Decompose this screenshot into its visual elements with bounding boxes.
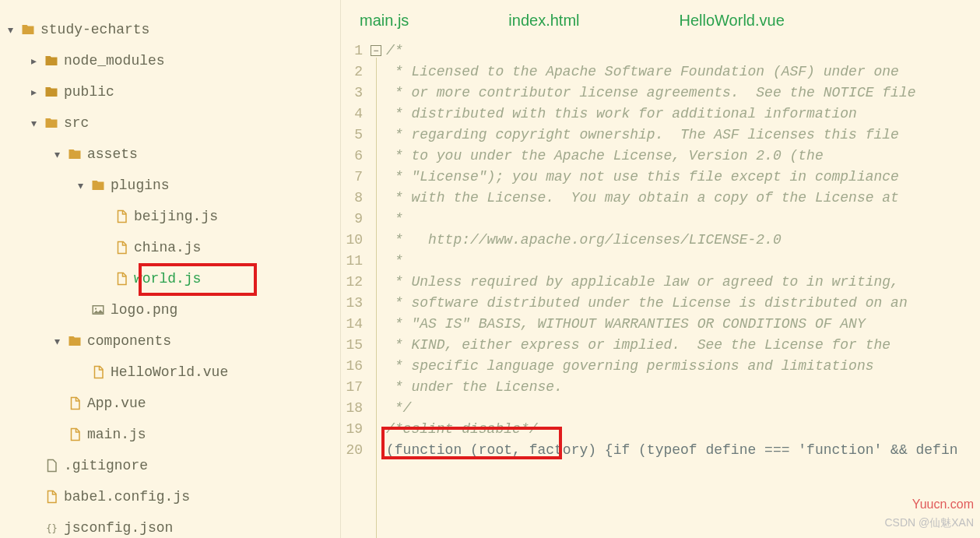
code-line[interactable]: /*eslint-disable*/ xyxy=(386,419,980,440)
line-number: 16 xyxy=(341,356,363,377)
tree-folder[interactable]: ▸node_modules xyxy=(0,45,340,76)
folder-open-icon xyxy=(44,116,59,130)
fold-column[interactable]: − xyxy=(367,40,386,538)
code-line[interactable]: * xyxy=(386,251,980,272)
code-line[interactable]: * under the License. xyxy=(386,377,980,398)
tree-folder[interactable]: ▾assets xyxy=(0,139,340,170)
code-line[interactable]: * Unless required by applicable law or a… xyxy=(386,272,980,293)
tree-item-label: jsconfig.json xyxy=(64,520,173,536)
tree-file[interactable]: babel.config.js xyxy=(0,481,340,512)
file-explorer[interactable]: ▾study-echarts▸node_modules▸public▾src▾a… xyxy=(0,0,341,538)
tree-file[interactable]: main.js xyxy=(0,419,340,450)
js-icon xyxy=(114,272,129,286)
chevron-down-icon[interactable]: ▾ xyxy=(26,117,40,129)
img-icon xyxy=(90,303,106,317)
line-number: 2 xyxy=(341,62,363,83)
js-icon xyxy=(114,241,129,255)
line-number: 4 xyxy=(341,104,363,125)
line-number: 18 xyxy=(341,398,363,419)
code-line[interactable]: * Licensed to the Apache Software Founda… xyxy=(386,62,980,83)
code-line[interactable]: * KIND, either express or implied. See t… xyxy=(386,335,980,356)
line-number-gutter: 1234567891011121314151617181920 xyxy=(341,40,367,538)
tree-item-label: .gitignore xyxy=(64,458,148,473)
code-line[interactable]: * to you under the Apache License, Versi… xyxy=(386,146,980,167)
line-number: 14 xyxy=(341,314,363,335)
code-line[interactable]: * with the License. You may obtain a cop… xyxy=(386,188,980,209)
js-icon xyxy=(44,490,59,504)
tree-file[interactable]: world.js xyxy=(0,263,340,294)
editor-tab[interactable]: HelloWorld.vue xyxy=(676,7,788,34)
svg-text:{}: {} xyxy=(46,522,57,533)
line-number: 6 xyxy=(341,146,363,167)
file-icon xyxy=(44,459,59,473)
line-number: 20 xyxy=(341,440,363,461)
tree-item-label: src xyxy=(64,115,89,131)
editor-tab[interactable]: index.html xyxy=(505,7,582,34)
watermark-top: Yuucn.com xyxy=(912,498,974,512)
tree-item-label: public xyxy=(64,84,114,100)
folder-open-icon xyxy=(90,178,106,192)
line-number: 3 xyxy=(341,83,363,104)
watermark-bottom: CSDN @仙魅XAN xyxy=(884,516,974,530)
vue-icon xyxy=(67,396,83,410)
line-number: 9 xyxy=(341,209,363,230)
tree-folder[interactable]: ▾study-echarts xyxy=(0,14,340,45)
line-number: 10 xyxy=(341,230,363,251)
fold-toggle-icon[interactable]: − xyxy=(371,45,381,56)
tree-item-label: world.js xyxy=(134,271,201,287)
tree-file[interactable]: .gitignore xyxy=(0,450,340,481)
folder-open-icon xyxy=(67,147,83,161)
svg-point-1 xyxy=(95,308,97,309)
code-line[interactable]: * software distributed under the License… xyxy=(386,293,980,314)
line-number: 15 xyxy=(341,335,363,356)
tree-folder[interactable]: ▾src xyxy=(0,107,340,139)
chevron-down-icon[interactable]: ▾ xyxy=(73,179,87,192)
editor-tab[interactable]: main.js xyxy=(357,7,412,34)
code-line[interactable]: * regarding copyright ownership. The ASF… xyxy=(386,125,980,146)
tree-file[interactable]: logo.png xyxy=(0,294,340,325)
code-line[interactable]: * or more contributor license agreements… xyxy=(386,83,980,104)
line-number: 7 xyxy=(341,167,363,188)
code-line[interactable]: /* xyxy=(386,40,980,62)
tree-folder[interactable]: ▸public xyxy=(0,76,340,107)
code-line[interactable]: (function (root, factory) {if (typeof de… xyxy=(386,440,980,461)
line-number: 5 xyxy=(341,125,363,146)
chevron-down-icon[interactable]: ▾ xyxy=(50,335,64,347)
tree-item-label: components xyxy=(87,333,171,349)
code-line[interactable]: * specific language governing permission… xyxy=(386,356,980,377)
tree-file[interactable]: {}jsconfig.json xyxy=(0,512,340,538)
tree-item-label: china.js xyxy=(134,240,201,255)
chevron-down-icon[interactable]: ▾ xyxy=(50,148,64,160)
tree-item-label: node_modules xyxy=(64,53,165,69)
folder-icon xyxy=(44,54,59,68)
js-icon xyxy=(114,209,129,223)
code-line[interactable]: */ xyxy=(386,398,980,419)
code-line[interactable]: * "AS IS" BASIS, WITHOUT WARRANTIES OR C… xyxy=(386,314,980,335)
folder-icon xyxy=(44,85,59,99)
chevron-right-icon[interactable]: ▸ xyxy=(26,55,40,67)
code-editor: main.jsindex.htmlHelloWorld.vue 12345678… xyxy=(341,0,980,538)
chevron-right-icon[interactable]: ▸ xyxy=(26,86,40,98)
tree-file[interactable]: HelloWorld.vue xyxy=(0,357,340,388)
tree-file[interactable]: App.vue xyxy=(0,388,340,419)
tree-folder[interactable]: ▾components xyxy=(0,325,340,357)
code-line[interactable]: * distributed with this work for additio… xyxy=(386,104,980,125)
folder-open-icon xyxy=(20,23,36,37)
tree-item-label: HelloWorld.vue xyxy=(111,364,228,380)
code-line[interactable]: * "License"); you may not use this file … xyxy=(386,167,980,188)
tree-item-label: study-echarts xyxy=(40,22,149,37)
code-line[interactable]: * http://www.apache.org/licenses/LICENSE… xyxy=(386,230,980,251)
tree-item-label: logo.png xyxy=(111,302,177,318)
tree-file[interactable]: beijing.js xyxy=(0,201,340,232)
line-number: 19 xyxy=(341,419,363,440)
tree-item-label: App.vue xyxy=(87,396,146,411)
code-line[interactable]: * xyxy=(386,209,980,230)
line-number: 17 xyxy=(341,377,363,398)
tree-file[interactable]: china.js xyxy=(0,232,340,263)
tree-item-label: assets xyxy=(87,146,138,162)
chevron-down-icon[interactable]: ▾ xyxy=(3,23,17,36)
code-content[interactable]: /* * Licensed to the Apache Software Fou… xyxy=(386,40,980,538)
line-number: 1 xyxy=(341,40,363,62)
tree-folder[interactable]: ▾plugins xyxy=(0,170,340,201)
tree-item-label: plugins xyxy=(111,178,170,193)
